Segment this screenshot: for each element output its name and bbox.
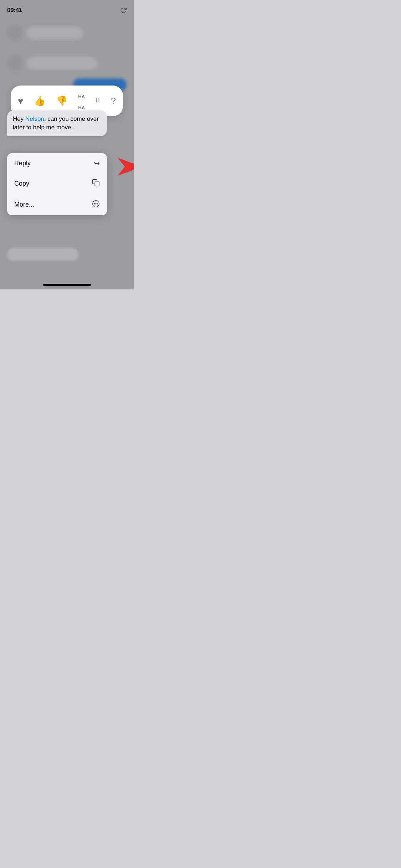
message-bubble: Hey Nelson, can you come over later to h… [7, 110, 107, 136]
refresh-icon [120, 7, 127, 14]
reply-label: Reply [14, 160, 31, 167]
red-arrow [100, 156, 134, 177]
svg-marker-5 [118, 158, 134, 176]
svg-rect-0 [95, 182, 99, 186]
dim-overlay [0, 0, 134, 289]
message-mention: Nelson [25, 115, 44, 122]
reaction-heart[interactable]: ♥ [18, 95, 23, 107]
reaction-thumbsup[interactable]: 👍 [34, 95, 45, 107]
more-label: More... [14, 201, 34, 208]
reaction-question[interactable]: ? [111, 95, 116, 107]
status-bar: 09:41 [0, 0, 134, 16]
message-text-before: Hey [13, 115, 25, 122]
context-menu-reply[interactable]: Reply ↩ [7, 153, 107, 173]
copy-icon [92, 179, 100, 188]
reaction-haha[interactable]: HAHA [78, 90, 85, 112]
svg-point-2 [94, 203, 95, 204]
reaction-thumbsdown[interactable]: 👎 [56, 95, 67, 107]
svg-point-4 [97, 203, 98, 204]
svg-point-3 [96, 203, 96, 204]
context-menu: Reply ↩ Copy More... [7, 153, 107, 215]
copy-label: Copy [14, 180, 29, 187]
reply-icon: ↩ [94, 159, 100, 167]
status-time: 09:41 [7, 7, 22, 14]
context-menu-more[interactable]: More... [7, 194, 107, 215]
home-indicator [43, 284, 91, 286]
context-menu-copy[interactable]: Copy [7, 173, 107, 194]
bottom-blur [7, 248, 78, 261]
more-icon [92, 200, 100, 210]
reaction-exclaim[interactable]: !! [96, 96, 100, 105]
status-icons [120, 7, 127, 14]
